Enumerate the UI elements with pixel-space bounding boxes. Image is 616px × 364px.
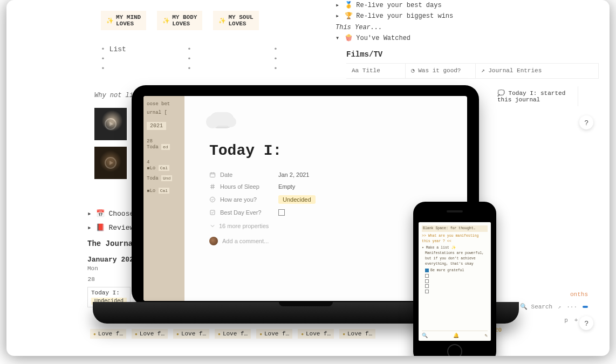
phone-line: but if you don't achieve [422, 256, 488, 262]
date-28[interactable]: 28 [87, 276, 95, 283]
album-art [94, 147, 127, 179]
love-chip: Love f… [173, 329, 209, 339]
help-button[interactable]: ? [579, 115, 593, 129]
soul-loves-header: ✨MY SOUL LOVES [213, 11, 258, 30]
mini-row: 4 ◾Lo Cal [147, 160, 181, 171]
mind-loves-list[interactable]: List [101, 45, 155, 74]
expand-icon[interactable]: ↗ [558, 304, 561, 310]
col-good[interactable]: ◔ Was it good? [406, 64, 476, 78]
home-button[interactable] [447, 344, 462, 356]
checkbox-icon[interactable] [425, 274, 429, 278]
new-indicator[interactable] [583, 306, 588, 308]
calendar-icon [209, 171, 216, 178]
journal-heading: The Journa [87, 239, 133, 248]
mini-row: 28 Toda ed [147, 139, 181, 150]
loves-headers: ✨MY MIND LOVES ✨MY BODY LOVES ✨MY SOUL L… [101, 11, 259, 30]
svg-rect-0 [210, 173, 215, 177]
date-value[interactable]: Jan 2, 2021 [278, 171, 310, 178]
search-button[interactable]: 🔍 Search [520, 303, 552, 310]
sleep-value[interactable]: Empty [278, 183, 295, 190]
prop-sleep[interactable]: Hours of Sleep Empty [209, 181, 446, 193]
compose-icon[interactable]: ✎ [485, 333, 488, 339]
love-chip: Love f… [90, 329, 126, 339]
album-thumbnail[interactable] [94, 108, 127, 140]
love-chip: Love f… [298, 329, 334, 339]
phone-checklist-item[interactable] [422, 273, 488, 279]
checkbox-icon[interactable] [425, 284, 429, 288]
list-item[interactable] [101, 65, 155, 72]
prop-date[interactable]: Date Jan 2, 2021 [209, 169, 446, 181]
thought-bubble-icon[interactable] [209, 112, 234, 128]
list-item[interactable] [187, 55, 241, 63]
chevron-down-icon [209, 223, 216, 229]
body-loves-list[interactable] [187, 45, 241, 74]
mini-row: Toda Und [147, 175, 181, 181]
search-icon[interactable]: 🔍 [422, 333, 428, 339]
year-pill[interactable]: 2021 [147, 122, 166, 130]
today-card-title: Today I: [91, 290, 120, 296]
text-icon: Aa [352, 67, 359, 74]
album-art [94, 108, 127, 140]
list-item[interactable] [273, 45, 327, 53]
page-title[interactable]: Today I: [209, 142, 446, 159]
list-item[interactable] [273, 65, 327, 72]
laptop-notch [279, 302, 333, 306]
more-properties[interactable]: 16 more properties [209, 223, 446, 229]
notifications-icon[interactable]: 🔔 [453, 333, 459, 339]
checkbox-icon[interactable] [425, 290, 429, 293]
nav-choose[interactable]: 📅 Choose [87, 207, 134, 221]
love-feelings-row: Love f… Love f… Love f… Love f… Love f… … [90, 329, 375, 339]
prop-howareyou[interactable]: How are you? Undecided [209, 193, 446, 207]
body-loves-header: ✨MY BODY LOVES [157, 11, 202, 30]
phone-checklist-item[interactable] [422, 289, 488, 294]
bestday-checkbox[interactable] [278, 209, 285, 216]
phone-toggle-line[interactable]: ▾ Make a list ✨ [422, 245, 488, 251]
col-entries[interactable]: ↗ Journal Entries [476, 64, 599, 78]
phone-mockup: Blank Space: for thought… >> What are yo… [413, 202, 496, 356]
checked-box-icon[interactable] [425, 269, 429, 272]
list-item[interactable] [273, 55, 327, 63]
love-chip: Love f… [339, 329, 375, 339]
prop-bestday[interactable]: Best Day Ever? [209, 207, 446, 218]
dow-label: Mon [87, 265, 98, 272]
sparkle-icon: ✨ [218, 17, 226, 24]
mind-loves-header: ✨MY MIND LOVES [101, 11, 146, 30]
phone-line[interactable]: Blank Space: for thought… [422, 225, 488, 232]
months-label[interactable]: onths [570, 291, 588, 298]
loves-lists: List [101, 45, 327, 74]
phone-toolbar: 🔍 🔔 ✎ [422, 331, 488, 339]
phone-line: everything, that's okay [422, 262, 488, 267]
phone-checklist-item[interactable] [422, 279, 488, 284]
calendar-fragment: Mon 28 [87, 265, 98, 283]
list-item[interactable] [187, 45, 241, 53]
list-item[interactable] [187, 65, 241, 72]
list-item[interactable] [101, 55, 155, 63]
soul-loves-list[interactable] [273, 45, 327, 74]
sparkle-icon: ✨ [162, 17, 170, 24]
album-thumbnail[interactable] [94, 147, 127, 179]
phone-checklist-item[interactable] [422, 284, 488, 290]
help-button[interactable]: ? [579, 316, 593, 330]
phone-speaker [447, 210, 463, 212]
mini-row: ◾Lo Cal [147, 188, 181, 194]
laptop-sidebar: oose bet urnal [ 2021 28 Toda ed 4 ◾Lo C… [143, 96, 184, 301]
youve-watched[interactable]: 🍿 You've Watched [336, 33, 599, 44]
checkbox-icon[interactable] [425, 279, 429, 283]
add-comment[interactable]: Add a comment... [209, 237, 446, 245]
how-value[interactable]: Undecided [278, 195, 316, 204]
col-title[interactable]: Aa Title [346, 64, 406, 78]
sidebar-fragment: urnal [ [147, 110, 181, 115]
journal-entry-link[interactable]: 💭 Today I: started this journal [492, 86, 578, 106]
relive-biggest-wins[interactable]: 🏆 Re-live your biggest wins [336, 11, 599, 22]
list-item[interactable]: List [101, 45, 155, 53]
this-year-heading: This Year... [336, 22, 599, 33]
add-row[interactable]: + [574, 317, 578, 324]
nav-review[interactable]: 📕 Review [87, 221, 134, 235]
love-chip: Love f… [256, 329, 292, 339]
phone-checklist-item[interactable]: Be more grateful [422, 268, 488, 273]
films-table-header: Aa Title ◔ Was it good? ↗ Journal Entrie… [346, 63, 599, 79]
relive-best-days[interactable]: 🥇 Re-live your best days [336, 0, 599, 11]
phone-line: this year ? << [422, 239, 488, 244]
phone-screen: Blank Space: for thought… >> What are yo… [419, 222, 491, 341]
sparkle-icon: ✨ [106, 17, 114, 24]
